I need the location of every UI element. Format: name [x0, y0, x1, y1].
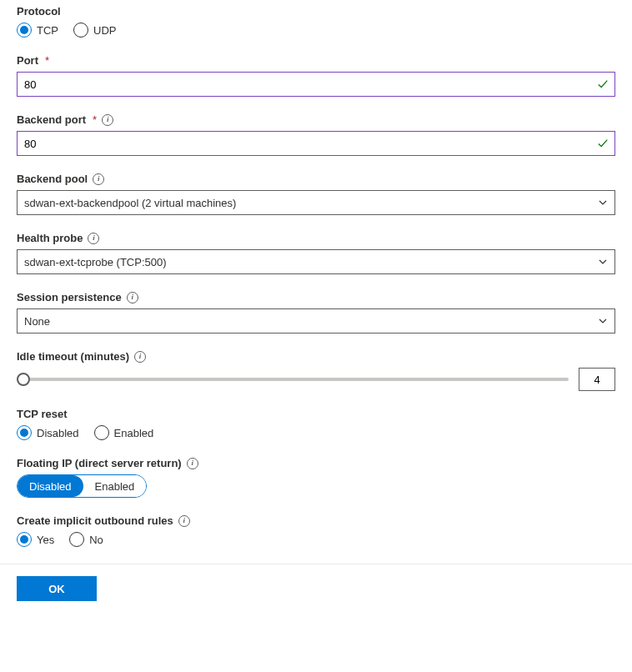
radio-circle-icon [17, 532, 32, 547]
floating-ip-label: Floating IP (direct server return) i [17, 457, 615, 469]
floating-ip-field: Floating IP (direct server return) i Dis… [17, 457, 615, 498]
tcp-reset-label-text: TCP reset [17, 408, 67, 420]
outbound-rules-radio-yes[interactable]: Yes [17, 532, 54, 547]
port-field: Port * [17, 54, 615, 97]
outbound-rules-label: Create implicit outbound rules i [17, 514, 615, 527]
protocol-tcp-label: TCP [37, 24, 58, 37]
outbound-rules-field: Create implicit outbound rules i Yes No [17, 514, 615, 547]
chevron-down-icon [598, 316, 608, 326]
tcp-reset-radio-group: Disabled Enabled [17, 425, 615, 440]
protocol-label: Protocol [17, 5, 615, 18]
ok-button[interactable]: OK [17, 576, 97, 601]
backend-pool-label-text: Backend pool [17, 173, 88, 185]
port-label-text: Port [17, 54, 38, 67]
backend-pool-label: Backend pool i [17, 173, 615, 185]
backend-pool-value: sdwan-ext-backendpool (2 virtual machine… [24, 197, 236, 209]
health-probe-label: Health probe i [17, 232, 615, 244]
info-icon[interactable]: i [102, 114, 113, 126]
backend-port-label: Backend port * i [17, 113, 615, 126]
info-icon[interactable]: i [93, 173, 104, 185]
tcp-reset-field: TCP reset Disabled Enabled [17, 408, 615, 440]
idle-timeout-label-text: Idle timeout (minutes) [17, 350, 129, 363]
floating-ip-enabled-label: Enabled [95, 480, 135, 493]
protocol-field: Protocol TCP UDP [17, 5, 615, 38]
outbound-rules-yes-label: Yes [37, 534, 54, 546]
required-indicator: * [93, 113, 97, 126]
outbound-rules-radio-group: Yes No [17, 532, 615, 547]
idle-timeout-label: Idle timeout (minutes) i [17, 350, 615, 363]
protocol-udp-label: UDP [93, 24, 116, 37]
floating-ip-toggle: Disabled Enabled [17, 474, 147, 498]
backend-pool-field: Backend pool i sdwan-ext-backendpool (2 … [17, 173, 615, 215]
tcp-reset-radio-enabled[interactable]: Enabled [94, 425, 154, 440]
session-persistence-value: None [24, 315, 50, 328]
floating-ip-option-enabled[interactable]: Enabled [83, 475, 147, 497]
tcp-reset-radio-disabled[interactable]: Disabled [17, 425, 79, 440]
backend-port-input[interactable] [17, 131, 615, 156]
outbound-rules-label-text: Create implicit outbound rules [17, 514, 173, 527]
port-input[interactable] [17, 72, 615, 97]
tcp-reset-enabled-label: Enabled [114, 427, 154, 439]
health-probe-field: Health probe i sdwan-ext-tcprobe (TCP:50… [17, 232, 615, 274]
info-icon[interactable]: i [178, 515, 190, 527]
load-balancing-rule-form: Protocol TCP UDP Port * Backen [0, 0, 632, 547]
radio-circle-icon [69, 532, 84, 547]
tcp-reset-label: TCP reset [17, 408, 615, 420]
protocol-label-text: Protocol [17, 5, 61, 18]
session-persistence-select[interactable]: None [17, 308, 615, 333]
checkmark-icon [597, 78, 609, 90]
radio-circle-icon [17, 425, 32, 440]
tcp-reset-disabled-label: Disabled [37, 427, 79, 439]
idle-timeout-value-input[interactable] [579, 368, 615, 391]
required-indicator: * [45, 54, 49, 67]
info-icon[interactable]: i [88, 233, 99, 244]
backend-port-field: Backend port * i [17, 113, 615, 156]
port-label: Port * [17, 54, 615, 67]
health-probe-value: sdwan-ext-tcprobe (TCP:500) [24, 256, 167, 268]
protocol-radio-group: TCP UDP [17, 23, 615, 38]
protocol-radio-tcp[interactable]: TCP [17, 23, 58, 38]
floating-ip-disabled-label: Disabled [29, 480, 72, 493]
session-persistence-label-text: Session persistence [17, 291, 122, 303]
chevron-down-icon [598, 257, 608, 267]
floating-ip-option-disabled[interactable]: Disabled [18, 475, 83, 497]
checkmark-icon [597, 138, 609, 149]
protocol-radio-udp[interactable]: UDP [73, 23, 116, 38]
info-icon[interactable]: i [127, 292, 138, 303]
slider-thumb-icon[interactable] [17, 373, 30, 386]
idle-timeout-slider[interactable] [17, 371, 569, 388]
radio-circle-icon [94, 425, 109, 440]
radio-circle-icon [17, 23, 32, 38]
session-persistence-field: Session persistence i None [17, 291, 615, 333]
info-icon[interactable]: i [187, 458, 198, 469]
footer-bar: OK [0, 564, 632, 618]
floating-ip-label-text: Floating IP (direct server return) [17, 457, 182, 469]
health-probe-select[interactable]: sdwan-ext-tcprobe (TCP:500) [17, 249, 615, 274]
radio-circle-icon [73, 23, 88, 38]
health-probe-label-text: Health probe [17, 232, 83, 244]
info-icon[interactable]: i [134, 351, 146, 363]
session-persistence-label: Session persistence i [17, 291, 615, 303]
backend-port-label-text: Backend port [17, 113, 86, 126]
chevron-down-icon [598, 198, 608, 208]
backend-pool-select[interactable]: sdwan-ext-backendpool (2 virtual machine… [17, 190, 615, 215]
outbound-rules-no-label: No [89, 534, 103, 546]
outbound-rules-radio-no[interactable]: No [69, 532, 103, 547]
idle-timeout-field: Idle timeout (minutes) i [17, 350, 615, 391]
